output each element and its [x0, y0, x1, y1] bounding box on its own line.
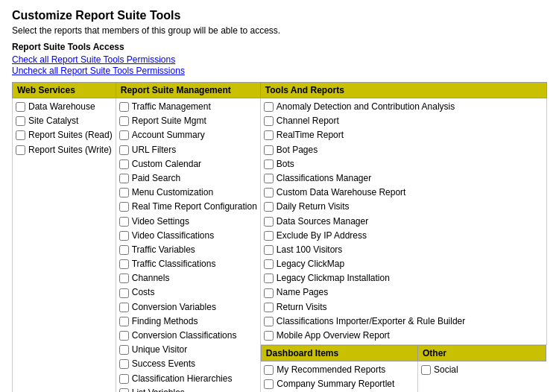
costs-checkbox[interactable] [119, 288, 129, 298]
report-suite-mgmt-cell: Traffic Management Report Suite Mgmt Acc… [116, 98, 260, 393]
classification-hierarchies-checkbox[interactable] [119, 374, 129, 384]
real-time-report-config-checkbox[interactable] [119, 202, 129, 212]
menu-customization-checkbox[interactable] [119, 188, 129, 197]
tools-and-reports-header: Tools And Reports [265, 85, 344, 95]
report-suite-mgmt-checkbox[interactable] [119, 116, 129, 126]
success-events-checkbox[interactable] [119, 359, 129, 369]
data-sources-manager-checkbox[interactable] [264, 217, 274, 227]
legacy-clickmap-checkbox[interactable] [264, 259, 274, 269]
custom-calendar-checkbox[interactable] [119, 159, 129, 169]
conversion-classifications-checkbox[interactable] [119, 331, 129, 341]
realtime-report-checkbox[interactable] [264, 130, 274, 140]
last-100-visitors-checkbox[interactable] [264, 245, 274, 255]
daily-return-visits-checkbox[interactable] [264, 202, 274, 212]
unique-visitor-checkbox[interactable] [119, 345, 129, 355]
section-title: Report Suite Tools Access [12, 42, 547, 52]
channel-report-checkbox[interactable] [264, 116, 274, 126]
custom-data-warehouse-checkbox[interactable] [264, 188, 274, 197]
traffic-classifications-checkbox[interactable] [119, 259, 129, 269]
report-suites-write-checkbox[interactable] [16, 145, 25, 155]
tools-and-reports-cell: Anomaly Detection and Contribution Analy… [260, 98, 546, 393]
traffic-variables-checkbox[interactable] [119, 245, 129, 255]
paid-search-checkbox[interactable] [119, 174, 129, 183]
account-summary-checkbox[interactable] [119, 130, 129, 140]
finding-methods-checkbox[interactable] [119, 317, 129, 326]
company-summary-reportlet-checkbox[interactable] [264, 379, 274, 389]
bot-pages-checkbox[interactable] [264, 145, 274, 155]
web-services-header: Web Services [17, 85, 75, 95]
traffic-mgmt-checkbox[interactable] [119, 102, 129, 112]
report-suite-mgmt-header: Report Suite Management [121, 85, 231, 95]
classifications-manager-checkbox[interactable] [264, 174, 274, 183]
list-variables-checkbox[interactable] [119, 388, 129, 392]
dashboard-items-header: Dashboard Items [266, 348, 338, 358]
legacy-clickmap-install-checkbox[interactable] [264, 274, 274, 283]
url-filters-checkbox[interactable] [119, 145, 129, 155]
social-checkbox[interactable] [421, 365, 431, 375]
name-pages-checkbox[interactable] [264, 288, 274, 298]
return-visits-checkbox[interactable] [264, 303, 274, 312]
web-services-cell: Data Warehouse Site Catalyst Report Suit… [13, 98, 116, 393]
data-warehouse-checkbox[interactable] [16, 102, 25, 112]
page-subtitle: Select the reports that members of this … [12, 25, 547, 36]
uncheck-all-link[interactable]: Uncheck all Report Suite Tools Permissio… [12, 66, 547, 76]
anomaly-detection-checkbox[interactable] [264, 102, 274, 112]
check-all-link[interactable]: Check all Report Suite Tools Permissions [12, 54, 547, 65]
mobile-app-overview-checkbox[interactable] [264, 331, 274, 341]
exclude-by-ip-checkbox[interactable] [264, 231, 274, 241]
site-catalyst-checkbox[interactable] [16, 116, 25, 126]
classifications-importer-checkbox[interactable] [264, 317, 274, 326]
bots-checkbox[interactable] [264, 159, 274, 169]
page-title: Customize Report Suite Tools [12, 9, 547, 22]
conversion-variables-checkbox[interactable] [119, 303, 129, 312]
video-settings-checkbox[interactable] [119, 217, 129, 227]
channels-checkbox[interactable] [119, 274, 129, 283]
video-classifications-checkbox[interactable] [119, 231, 129, 241]
my-recommended-reports-checkbox[interactable] [264, 365, 274, 375]
report-suites-read-checkbox[interactable] [16, 130, 25, 140]
other-header: Other [423, 348, 446, 358]
